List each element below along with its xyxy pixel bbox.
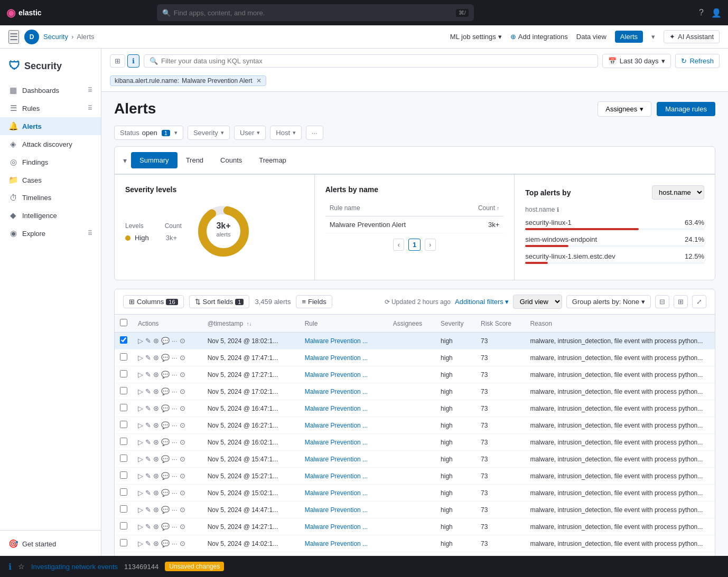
sidebar-item-cases[interactable]: 📁 Cases (0, 171, 101, 189)
expand-icon[interactable]: ▷ (138, 371, 143, 379)
row-checkbox[interactable] (120, 404, 127, 411)
rule-link[interactable]: Malware Prevention ... (305, 337, 368, 345)
row-checkbox-cell[interactable] (115, 485, 133, 502)
rule-link[interactable]: Malware Prevention ... (305, 388, 368, 395)
fullscreen-button[interactable]: ⤢ (692, 295, 706, 308)
expand-icon[interactable]: ▷ (138, 387, 143, 395)
table-view-icon-button[interactable]: ⊟ (655, 295, 669, 308)
more-icon[interactable]: ··· (172, 506, 178, 514)
rule-link[interactable]: Malware Prevention ... (305, 506, 368, 514)
comment-icon[interactable]: 💬 (161, 540, 170, 547)
rule-cell[interactable]: Malware Prevention ... (300, 333, 388, 349)
rule-link[interactable]: Malware Prevention ... (305, 405, 368, 412)
row-checkbox-cell[interactable] (115, 434, 133, 451)
rule-cell[interactable]: Malware Prevention ... (300, 383, 388, 400)
status-icon[interactable]: ⊙ (180, 540, 185, 547)
status-icon[interactable]: ⊙ (180, 523, 185, 531)
collapse-button[interactable]: ▾ (123, 156, 127, 165)
row-checkbox[interactable] (120, 539, 127, 546)
status-icon[interactable]: ⊙ (180, 371, 185, 379)
user-filter[interactable]: User ▾ (234, 126, 266, 140)
comment-icon[interactable]: 💬 (161, 506, 170, 514)
more-icon[interactable]: ··· (172, 354, 178, 362)
rule-link[interactable]: Malware Prevention ... (305, 472, 368, 480)
row-checkbox-cell[interactable] (115, 518, 133, 535)
comment-icon[interactable]: 💬 (161, 438, 170, 446)
host-filter[interactable]: Host ▾ (270, 126, 302, 140)
row-checkbox-cell[interactable] (115, 451, 133, 468)
expand-icon[interactable]: ▷ (138, 404, 143, 412)
rule-link[interactable]: Malware Prevention ... (305, 354, 368, 362)
status-icon[interactable]: ⊙ (180, 489, 185, 497)
more-icon[interactable]: ··· (172, 472, 178, 480)
edit-icon[interactable]: ✎ (145, 354, 151, 362)
analyze-icon[interactable]: ⊛ (153, 540, 159, 547)
rule-cell[interactable]: Malware Prevention ... (300, 451, 388, 468)
sidebar-item-attack-discovery[interactable]: ◈ Attack discovery (0, 135, 101, 153)
row-checkbox[interactable] (120, 387, 127, 394)
comment-icon[interactable]: 💬 (161, 371, 170, 379)
rule-link[interactable]: Malware Prevention ... (305, 456, 368, 463)
row-checkbox[interactable] (120, 438, 127, 445)
analyze-icon[interactable]: ⊛ (153, 337, 159, 345)
analyze-icon[interactable]: ⊛ (153, 421, 159, 429)
rule-cell[interactable]: Malware Prevention ... (300, 518, 388, 535)
edit-icon[interactable]: ✎ (145, 506, 151, 514)
more-icon[interactable]: ··· (172, 337, 178, 345)
active-filter-tag[interactable]: kibana.alert.rule.name: Malware Preventi… (110, 75, 266, 86)
row-checkbox[interactable] (120, 421, 127, 428)
rule-link[interactable]: Malware Prevention ... (305, 439, 368, 446)
row-checkbox[interactable] (120, 370, 127, 377)
expand-icon[interactable]: ▷ (138, 506, 143, 514)
analyze-icon[interactable]: ⊛ (153, 472, 159, 480)
menu-toggle-button[interactable]: ☰ (8, 30, 19, 44)
assignees-button[interactable]: Assignees ▾ (598, 101, 651, 117)
comment-icon[interactable]: 💬 (161, 455, 170, 463)
sidebar-item-intelligence[interactable]: ◆ Intelligence (0, 206, 101, 224)
sidebar-item-timelines[interactable]: ⏱ Timelines (0, 189, 101, 206)
help-icon[interactable]: ? (699, 8, 704, 17)
row-checkbox[interactable] (120, 353, 127, 361)
edit-icon[interactable]: ✎ (145, 404, 151, 412)
edit-icon[interactable]: ✎ (145, 438, 151, 446)
expand-icon[interactable]: ▷ (138, 489, 143, 497)
sidebar-item-alerts[interactable]: 🔔 Alerts (0, 117, 101, 135)
more-icon[interactable]: ··· (172, 387, 178, 395)
sidebar-item-findings[interactable]: ◎ Findings (0, 153, 101, 171)
status-icon[interactable]: ⊙ (180, 387, 185, 395)
severity-filter[interactable]: Severity ▾ (188, 126, 230, 140)
expand-icon[interactable]: ▷ (138, 455, 143, 463)
edit-icon[interactable]: ✎ (145, 337, 151, 345)
sidebar-item-dashboards[interactable]: ▦ Dashboards ⠿ (0, 81, 101, 99)
breadcrumb-security[interactable]: Security (43, 33, 68, 41)
rule-cell[interactable]: Malware Prevention ... (300, 502, 388, 518)
fields-button[interactable]: ≡ Fields (296, 295, 332, 308)
status-icon[interactable]: ⊙ (180, 506, 185, 514)
sidebar-item-get-started[interactable]: 🎯 Get started (0, 535, 101, 553)
more-icon[interactable]: ··· (172, 371, 178, 379)
refresh-button[interactable]: ↻ Refresh (675, 54, 720, 68)
comment-icon[interactable]: 💬 (161, 421, 170, 429)
comment-icon[interactable]: 💬 (161, 387, 170, 395)
alerts-tab[interactable]: Alerts (615, 31, 643, 43)
edit-icon[interactable]: ✎ (145, 489, 151, 497)
expand-icon[interactable]: ▷ (138, 421, 143, 429)
more-icon[interactable]: ··· (172, 455, 178, 463)
row-checkbox[interactable] (120, 505, 127, 513)
rule-cell[interactable]: Malware Prevention ... (300, 366, 388, 383)
analyze-icon[interactable]: ⊛ (153, 455, 159, 463)
more-icon[interactable]: ··· (172, 489, 178, 497)
analyze-icon[interactable]: ⊛ (153, 371, 159, 379)
status-icon[interactable]: ⊙ (180, 438, 185, 446)
investigation-link[interactable]: Investigating network events (31, 563, 118, 571)
global-search-bar[interactable]: 🔍 ⌘/ (157, 4, 474, 21)
row-checkbox-cell[interactable] (115, 383, 133, 400)
comment-icon[interactable]: 💬 (161, 404, 170, 412)
more-icon[interactable]: ··· (172, 421, 178, 429)
edit-icon[interactable]: ✎ (145, 472, 151, 480)
edit-icon[interactable]: ✎ (145, 540, 151, 547)
expand-icon[interactable]: ▷ (138, 472, 143, 480)
analyze-icon[interactable]: ⊛ (153, 489, 159, 497)
kql-input[interactable] (161, 57, 592, 65)
row-checkbox-cell[interactable] (115, 366, 133, 383)
